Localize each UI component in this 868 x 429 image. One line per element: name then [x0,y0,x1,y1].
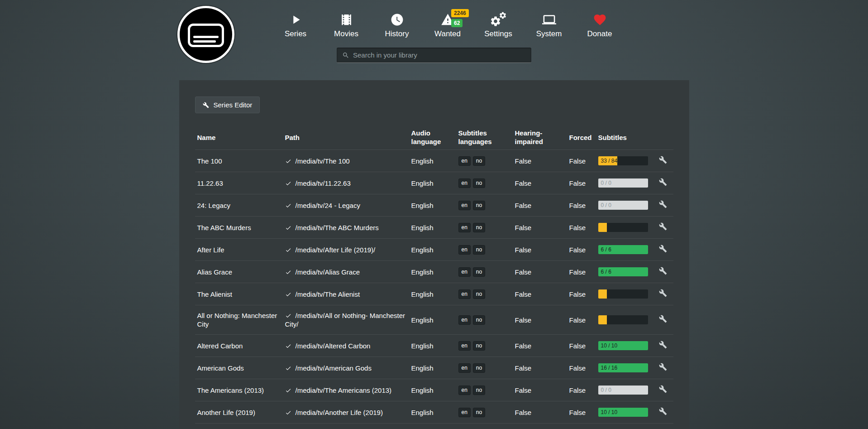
forced-value: False [569,335,598,357]
wrench-icon [659,245,667,253]
edit-series-button[interactable] [659,289,667,297]
wrench-icon [659,407,667,415]
edit-series-button[interactable] [659,178,667,186]
check-icon [285,246,291,254]
nav-settings[interactable]: Settings [481,12,515,39]
series-path: /media/tv/The Americans (2013) [285,379,411,401]
wrench-icon [659,341,667,349]
series-name: Altered Carbon [195,335,285,357]
subtitles-progress-cell: 13 / 26 [598,424,659,429]
check-icon [285,311,291,320]
series-path: /media/tv/Alias Grace [285,261,411,283]
nav-movies-label: Movies [334,29,358,39]
nav-donate[interactable]: Donate [582,12,617,39]
language-badge: no [473,223,485,232]
row-actions [659,194,673,217]
edit-series-button[interactable] [659,245,667,253]
subtitles-progress-label: 0 / 0 [601,386,611,395]
search-icon [342,52,349,59]
series-path: /media/tv/American Gods [285,357,411,379]
subtitles-progress-cell: 6 / 6 [598,239,659,261]
language-badge: en [458,341,471,351]
series-name: The Americans (2013) [195,379,285,401]
subtitles-progress-label: 33 / 84 [601,157,618,165]
series-name: Another Life (2019) [195,401,285,424]
check-icon [285,364,291,372]
edit-series-button[interactable] [659,407,667,415]
language-badge: en [458,267,471,277]
series-path: /media/tv/Altered Carbon [285,335,411,357]
edit-series-button[interactable] [659,156,667,164]
edit-series-button[interactable] [659,315,667,323]
edit-series-button[interactable] [659,341,667,349]
subtitles-progress-cell: 0 / 0 [598,194,659,217]
subtitles-languages: enno [458,194,515,217]
series-row: A.P. Bio/media/tv/A.P. BIO/EnglishennoFa… [195,424,673,429]
language-badge: en [458,223,471,232]
edit-series-button[interactable] [659,363,667,371]
check-icon [285,268,291,276]
audio-language: English [411,305,458,335]
series-name: All or Nothing: Manchester City [195,305,285,335]
subtitles-languages: enno [458,217,515,239]
wrench-icon [659,289,667,297]
row-actions [659,239,673,261]
audio-language: English [411,357,458,379]
row-actions [659,172,673,194]
nav-series[interactable]: Series [278,12,313,39]
wanted-movies-count-badge: 62 [451,19,463,27]
column-header: Hearing-impaired [515,125,569,150]
hearing-impaired-value: False [515,150,569,172]
library-search[interactable] [337,48,531,63]
forced-value: False [569,239,598,261]
series-name: American Gods [195,357,285,379]
nav-wanted[interactable]: 2246 62 Wanted [430,12,465,39]
audio-language: English [411,239,458,261]
edit-series-button[interactable] [659,222,667,231]
series-row: American Gods/media/tv/American GodsEngl… [195,357,673,379]
row-actions [659,401,673,424]
nav-movies[interactable]: Movies [329,12,363,39]
hearing-impaired-value: False [515,283,569,305]
path-text: /media/tv/The 100 [296,157,350,165]
nav-system-label: System [536,29,562,39]
play-icon [289,12,303,27]
language-badge: no [473,315,485,325]
forced-value: False [569,305,598,335]
wrench-icon [659,200,667,208]
row-actions [659,261,673,283]
language-badge: no [473,201,485,210]
path-text: /media/tv/The Alienist [296,290,360,298]
nav-donate-label: Donate [587,29,612,39]
edit-series-button[interactable] [659,267,667,275]
hearing-impaired-value: False [515,305,569,335]
series-path: /media/tv/24 - Legacy [285,194,411,217]
subtitles-progress-bar: 0 / 0 [598,178,648,188]
subtitles-progress-bar: 0 / 0 [598,386,648,395]
series-name: 24: Legacy [195,194,285,217]
audio-language: English [411,150,458,172]
edit-series-button[interactable] [659,200,667,208]
series-editor-button[interactable]: Series Editor [195,96,260,113]
subtitles-progress-cell: 0 / 0 [598,172,659,194]
heart-icon [593,12,607,27]
audio-language: English [411,401,458,424]
series-row: Altered Carbon/media/tv/Altered CarbonEn… [195,335,673,357]
subtitles-progress-cell: 0 / 0 [598,379,659,401]
language-badge: no [473,386,485,395]
forced-value: False [569,401,598,424]
nav-series-label: Series [285,29,306,39]
subtitles-progress-bar: 10 / 10 [598,408,648,417]
edit-series-button[interactable] [659,385,667,393]
row-actions [659,357,673,379]
search-input[interactable] [353,51,526,59]
hearing-impaired-value: False [515,261,569,283]
subtitles-progress-bar [598,223,648,232]
subtitles-languages: enno [458,239,515,261]
hearing-impaired-value: False [515,239,569,261]
film-icon [339,12,353,27]
logo-subtitle-line [193,40,216,43]
subtitles-languages: enno [458,424,515,429]
nav-history[interactable]: History [380,12,414,39]
nav-system[interactable]: System [532,12,566,39]
